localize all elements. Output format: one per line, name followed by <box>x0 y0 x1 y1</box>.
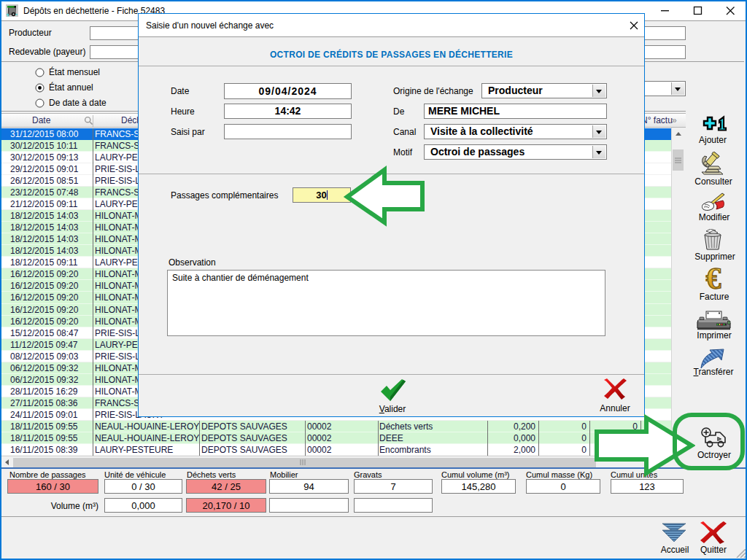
svg-text:€: € <box>706 265 721 292</box>
